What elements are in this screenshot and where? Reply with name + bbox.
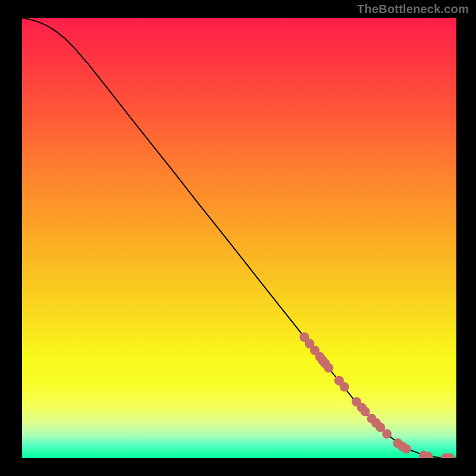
point [340, 382, 349, 392]
chart-container: TheBottleneck.com [0, 0, 476, 476]
plot-area [22, 18, 456, 458]
chart-svg [22, 18, 456, 458]
gradient-background [22, 18, 456, 458]
point [402, 444, 411, 453]
point [324, 363, 333, 372]
watermark-text: TheBottleneck.com [357, 2, 469, 16]
point [361, 407, 370, 416]
point [382, 429, 392, 439]
